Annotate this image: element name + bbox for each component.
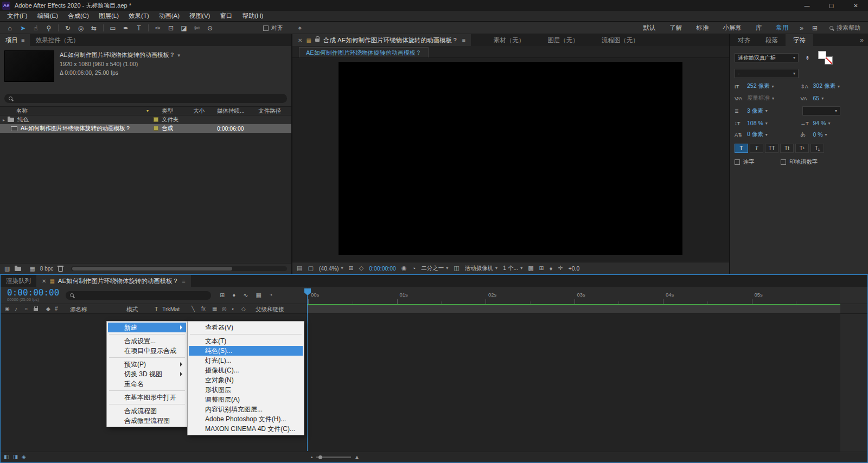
menu-item[interactable]: 帮助(H) bbox=[237, 12, 268, 20]
panel-overflow-icon[interactable]: » bbox=[860, 36, 864, 44]
exposure-value[interactable]: +0.0 bbox=[569, 265, 580, 272]
puppet-tool-icon[interactable]: ⊙ bbox=[203, 24, 216, 32]
context-menu-item[interactable]: 合成流程图 bbox=[108, 406, 186, 416]
layer-number-icon[interactable]: # bbox=[55, 306, 58, 312]
new-composition-icon[interactable]: ▦ bbox=[29, 265, 35, 272]
pen-tool-icon[interactable]: ✒ bbox=[119, 24, 132, 32]
interpret-footage-icon[interactable]: ▥ bbox=[4, 265, 10, 272]
frame-blending-icon[interactable]: ▦ bbox=[256, 292, 261, 299]
menu-item[interactable]: 视图(V) bbox=[184, 12, 215, 20]
comp-timecode[interactable]: 0:00:00:00 bbox=[369, 265, 396, 272]
timeline-search-input[interactable] bbox=[66, 291, 211, 300]
composition-viewport[interactable] bbox=[339, 62, 682, 255]
trash-icon[interactable] bbox=[58, 267, 63, 272]
context-menu-item[interactable] bbox=[108, 389, 186, 393]
font-size-field[interactable]: tT 252 像素 ▾ bbox=[735, 82, 798, 90]
context-submenu-item[interactable]: 调整图层(A) bbox=[189, 395, 303, 404]
timeline-zoom-slider[interactable]: ▴ ▲ bbox=[311, 454, 360, 460]
align-toggle[interactable]: 对齐 ⌖ bbox=[263, 24, 307, 32]
current-timecode[interactable]: 0:00:00:00 bbox=[7, 288, 59, 297]
tab-render-queue[interactable]: 渲染队列 bbox=[1, 275, 36, 287]
camera-tool-icon[interactable]: ◎ bbox=[74, 24, 87, 32]
transparency-grid-icon[interactable]: ▩ bbox=[528, 265, 533, 272]
grid-guides-icon[interactable]: ⊞ bbox=[349, 265, 354, 272]
trkmat-column[interactable]: TrkMat bbox=[162, 306, 180, 312]
lock-icon[interactable] bbox=[315, 38, 320, 42]
expand-icon[interactable]: ▸ bbox=[0, 118, 8, 123]
context-menu-item[interactable]: 预览(P) bbox=[108, 359, 186, 369]
menu-item[interactable]: 动画(A) bbox=[154, 12, 184, 20]
tab-align[interactable]: 对齐 bbox=[730, 34, 758, 46]
parent-link-column[interactable]: 父级和链接 bbox=[256, 306, 284, 313]
video-visibility-icon[interactable]: ◉ bbox=[5, 306, 10, 312]
project-bit-depth[interactable]: 8 bpc bbox=[40, 266, 53, 272]
panel-tab[interactable]: 图层（无） bbox=[547, 36, 579, 44]
viewer-tab[interactable]: AE如何制作图片环绕物体旋转的动画模板？ bbox=[299, 47, 429, 57]
maximize-button[interactable]: ▢ bbox=[819, 0, 844, 11]
eyedropper-icon[interactable]: ✒ bbox=[803, 55, 811, 60]
horizontal-scrollbar[interactable] bbox=[71, 266, 287, 271]
time-ruler[interactable]: 00s01s02s03s04s05s06s bbox=[308, 287, 840, 304]
fast-preview-icon[interactable]: ♦ bbox=[550, 265, 553, 272]
column-media-duration[interactable]: 媒体持续... bbox=[217, 107, 258, 115]
zoom-slider-thumb[interactable] bbox=[318, 455, 322, 459]
camera-select[interactable]: 活动摄像机 ▾ bbox=[465, 265, 498, 272]
tab-character[interactable]: 字符 bbox=[786, 34, 813, 46]
source-name-column[interactable]: 源名称 bbox=[70, 306, 87, 313]
mode-column[interactable]: 模式 bbox=[126, 306, 138, 313]
faux-style-button[interactable]: T₁ bbox=[810, 144, 824, 153]
faux-style-button[interactable]: TT bbox=[765, 144, 778, 153]
modes-footer-icon[interactable]: ◨ bbox=[12, 454, 17, 460]
tsume-field[interactable]: あ 0 % ▾ bbox=[801, 131, 864, 138]
workspace-tab[interactable]: 默认 bbox=[636, 24, 662, 32]
context-menu-item[interactable]: 新建 bbox=[108, 323, 186, 332]
scrollbar-thumb[interactable] bbox=[72, 267, 232, 271]
menu-item[interactable]: 文件(F) bbox=[2, 12, 33, 20]
context-submenu-item[interactable]: 形状图层 bbox=[189, 385, 303, 395]
hand-tool-icon[interactable]: ☝ bbox=[29, 24, 42, 32]
menu-item[interactable]: 合成(C) bbox=[63, 12, 94, 20]
menu-item[interactable]: 窗口 bbox=[215, 12, 237, 20]
faux-style-button[interactable]: T¹ bbox=[795, 144, 809, 153]
clone-stamp-tool-icon[interactable]: ⊡ bbox=[164, 24, 177, 32]
project-search-input[interactable] bbox=[4, 94, 287, 103]
panel-menu-icon[interactable]: ≡ bbox=[21, 37, 24, 43]
leading-field[interactable]: ⇕A 302 像素 ▾ bbox=[801, 82, 864, 90]
rotation-tool-icon[interactable]: ↻ bbox=[61, 24, 74, 32]
close-tab-icon[interactable]: ✕ bbox=[42, 278, 46, 284]
context-submenu-item[interactable] bbox=[189, 332, 303, 336]
hindi-digits-checkbox[interactable] bbox=[781, 159, 786, 165]
context-menu-item[interactable]: 重命名 bbox=[108, 379, 186, 389]
show-snapshot-icon[interactable]: ◔ bbox=[412, 265, 416, 272]
stroke-width-field[interactable]: ≣ 3 像素 ▾ bbox=[735, 107, 800, 115]
parent-footer-icon[interactable]: ◈ bbox=[22, 454, 26, 460]
close-tab-icon[interactable]: ✕ bbox=[298, 37, 302, 43]
tab-timeline-comp[interactable]: ✕ ▦ AE如何制作图片环绕物体旋转的动画模板？ ≡ bbox=[36, 275, 191, 287]
expand-layers-footer-icon[interactable]: ◧ bbox=[4, 454, 9, 460]
eraser-tool-icon[interactable]: ◪ bbox=[177, 24, 190, 32]
current-time-indicator-line[interactable] bbox=[307, 295, 308, 451]
pan-behind-tool-icon[interactable]: ⇆ bbox=[87, 24, 100, 32]
menu-item[interactable]: 编辑(E) bbox=[33, 12, 63, 20]
font-family-select[interactable]: 迷你简汉真广标 ▾ bbox=[735, 53, 799, 62]
column-type[interactable]: 类型 bbox=[162, 107, 193, 115]
panel-menu-icon[interactable]: ≡ bbox=[182, 278, 185, 284]
workspace-tab[interactable]: 了解 bbox=[662, 24, 689, 32]
faux-style-button[interactable]: Tt bbox=[780, 144, 794, 153]
mask-visibility-icon[interactable]: ◇ bbox=[359, 265, 363, 272]
context-submenu-item[interactable]: Adobe Photoshop 文件(H)... bbox=[189, 414, 303, 424]
audio-icon[interactable]: ♪ bbox=[15, 306, 17, 312]
faux-style-button[interactable]: T bbox=[750, 144, 763, 153]
vertical-scale-field[interactable]: ↕T 108 % ▾ bbox=[735, 120, 798, 126]
horizontal-scale-field[interactable]: ↔T 94 % ▾ bbox=[801, 120, 864, 126]
selection-tool-icon[interactable]: ➤ bbox=[16, 24, 29, 32]
context-menu-item[interactable]: 合成设置... bbox=[108, 336, 186, 346]
tracking-field[interactable]: VA 65 ▾ bbox=[801, 95, 864, 101]
context-menu-item[interactable] bbox=[108, 356, 186, 359]
table-row[interactable]: ▸ 纯色 文件夹 bbox=[0, 115, 291, 124]
panel-tab[interactable]: 素材（无） bbox=[494, 36, 525, 44]
snapping-icon[interactable]: ⌖ bbox=[293, 24, 307, 32]
work-area-bar[interactable] bbox=[308, 304, 840, 313]
motion-blur-icon[interactable]: ◔ bbox=[269, 292, 273, 299]
timeline-button-icon[interactable]: ✛ bbox=[558, 265, 563, 272]
